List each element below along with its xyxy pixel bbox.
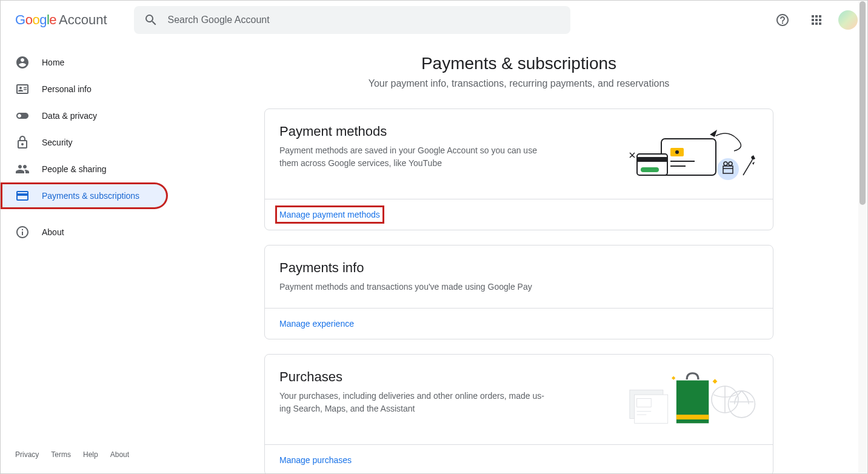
sidebar-item-label: People & sharing [42, 164, 107, 174]
sidebar-item-label: Security [42, 138, 73, 147]
sidebar-item-label: About [42, 227, 64, 237]
toggle-icon [15, 108, 30, 123]
manage-purchases-link[interactable]: Manage purchases [279, 455, 352, 465]
payment-methods-illustration [625, 124, 758, 184]
footer-links: Privacy Terms Help About [1, 441, 170, 473]
people-icon [15, 162, 30, 176]
sidebar-item-label: Personal info [42, 84, 92, 94]
svg-point-3 [675, 150, 679, 154]
id-card-icon [15, 82, 30, 96]
help-button[interactable] [770, 8, 795, 32]
header-actions [770, 8, 858, 32]
avatar[interactable] [838, 10, 858, 30]
footer-about[interactable]: About [110, 450, 129, 459]
search-icon [144, 13, 158, 27]
footer-help[interactable]: Help [83, 450, 98, 459]
sidebar-item-sharing[interactable]: People & sharing [1, 156, 168, 182]
page-subtitle: Your payment info, transactions, recurri… [264, 78, 773, 89]
scrollbar-thumb[interactable] [860, 1, 866, 205]
search-input[interactable] [168, 15, 561, 25]
page-title: Payments & subscriptions [264, 54, 773, 73]
sidebar: Home Personal info Data & privacy Securi… [1, 39, 170, 473]
svg-rect-20 [676, 415, 709, 419]
info-icon [15, 225, 30, 239]
logo[interactable]: Google Account [15, 12, 107, 28]
card-title: Payment methods [279, 124, 610, 139]
svg-rect-7 [637, 157, 667, 162]
main-content: Payments & subscriptions Your payment in… [170, 39, 867, 473]
svg-rect-8 [641, 167, 659, 172]
lock-icon [15, 135, 30, 150]
card-purchases: Purchases Your purchases, including deli… [264, 354, 773, 473]
card-title: Purchases [279, 369, 610, 385]
sidebar-item-security[interactable]: Security [1, 129, 168, 156]
sidebar-item-personal[interactable]: Personal info [1, 76, 168, 102]
search-bar[interactable] [134, 6, 570, 34]
apps-button[interactable] [804, 8, 829, 32]
sidebar-item-label: Payments & subscriptions [42, 191, 139, 201]
help-icon [775, 13, 790, 27]
sidebar-item-payments[interactable]: Payments & subscriptions [1, 182, 168, 209]
card-desc: Your purchases, including deliveries and… [279, 390, 546, 415]
sidebar-item-home[interactable]: Home [1, 49, 168, 76]
purchases-illustration [625, 369, 758, 430]
logo-account-text: Account [59, 12, 107, 28]
card-desc: Payment methods are saved in your Google… [279, 144, 546, 170]
svg-rect-1 [661, 139, 716, 175]
card-payments-info: Payments info Payment methods and transa… [264, 245, 773, 339]
card-payment-methods: Payment methods Payment methods are save… [264, 108, 773, 230]
svg-point-23 [729, 391, 755, 418]
apps-icon [809, 13, 824, 27]
account-circle-icon [15, 55, 30, 70]
sidebar-item-label: Home [42, 58, 64, 67]
sidebar-item-label: Data & privacy [42, 111, 97, 121]
svg-point-9 [717, 158, 739, 180]
footer-privacy[interactable]: Privacy [15, 450, 39, 459]
credit-card-icon [15, 189, 30, 203]
footer-terms[interactable]: Terms [51, 450, 71, 459]
google-logo-text: Google [15, 12, 56, 28]
sidebar-item-about[interactable]: About [1, 219, 168, 245]
card-desc: Payment methods and transactions you've … [279, 281, 546, 293]
scrollbar[interactable] [858, 1, 867, 473]
manage-payment-methods-link[interactable]: Manage payment methods [279, 210, 380, 219]
sidebar-item-privacy[interactable]: Data & privacy [1, 102, 168, 129]
header: Google Account [1, 1, 867, 39]
card-title: Payments info [279, 260, 758, 276]
manage-experience-link[interactable]: Manage experience [279, 319, 354, 329]
